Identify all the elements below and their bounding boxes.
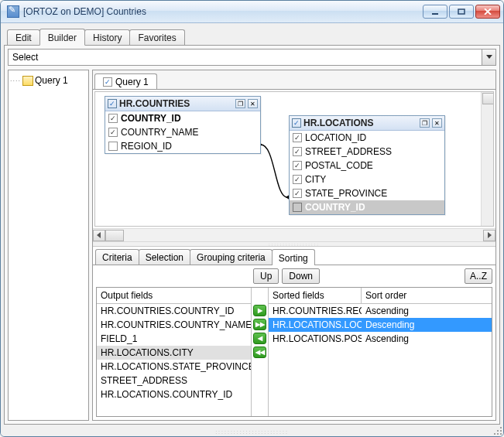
checkbox-icon[interactable]: ✓ bbox=[103, 77, 112, 87]
properties-tabstrip: Criteria Selection Grouping criteria Sor… bbox=[93, 247, 495, 265]
output-field-item[interactable]: HR.LOCATIONS.STATE_PROVINCE bbox=[97, 360, 251, 374]
window-title: [ORTOZ on DEMO] Countries bbox=[23, 6, 423, 17]
app-icon bbox=[7, 5, 19, 18]
statusbar: :::::::::::::::::::::::: bbox=[1, 428, 503, 436]
diagram-tab-query1[interactable]: ✓ Query 1 bbox=[94, 73, 157, 89]
scroll-right-icon[interactable] bbox=[483, 230, 495, 241]
col-state-province[interactable]: ✓STATE_PROVINCE bbox=[290, 186, 444, 200]
move-buttons: ▶ ▶▶ ◀ ◀◀ bbox=[252, 288, 269, 416]
scroll-left-icon[interactable] bbox=[93, 230, 105, 241]
col-region-id[interactable]: REGION_ID bbox=[105, 139, 260, 153]
output-field-item[interactable]: HR.LOCATIONS.COUNTRY_ID bbox=[97, 387, 251, 401]
move-all-right-icon[interactable]: ▶▶ bbox=[253, 319, 266, 330]
tab-history[interactable]: History bbox=[84, 29, 130, 45]
maximize-button[interactable] bbox=[449, 5, 474, 19]
table-title: HR.COUNTRIES bbox=[119, 98, 233, 109]
diagram-canvas[interactable]: ✓ HR.COUNTRIES ❐ ✕ ✓COUNTRY_ID ✓COUNTRY_… bbox=[94, 91, 494, 227]
table-title: HR.LOCATIONS bbox=[303, 118, 417, 128]
checkbox-icon[interactable]: ✓ bbox=[292, 118, 301, 128]
vertical-scrollbar[interactable] bbox=[481, 92, 494, 227]
col-postal-code[interactable]: ✓POSTAL_CODE bbox=[290, 159, 444, 172]
table-locations[interactable]: ✓ HR.LOCATIONS ❐ ✕ ✓LOCATION_ID ✓STREET_… bbox=[289, 115, 445, 215]
close-icon[interactable]: ✕ bbox=[432, 118, 442, 128]
sort-az-button[interactable]: A..Z bbox=[465, 268, 492, 284]
resize-grip-icon[interactable] bbox=[492, 425, 502, 435]
sorted-fields-header: Sorted fields bbox=[269, 288, 362, 303]
restore-icon[interactable]: ❐ bbox=[235, 99, 245, 108]
select-dropdown-icon[interactable] bbox=[482, 50, 495, 65]
output-fields-list[interactable]: Output fields HR.COUNTRIES.COUNTRY_ID HR… bbox=[97, 288, 252, 416]
scroll-thumb[interactable] bbox=[105, 230, 124, 241]
tree-label: Query 1 bbox=[35, 75, 68, 86]
close-icon[interactable]: ✕ bbox=[248, 99, 258, 108]
down-button[interactable]: Down bbox=[282, 268, 320, 284]
sorted-row[interactable]: HR.LOCATIONS.LOCDescending bbox=[269, 318, 492, 332]
move-left-icon[interactable]: ◀ bbox=[253, 333, 266, 344]
app-window: [ORTOZ on DEMO] Countries Edit Builder H… bbox=[0, 0, 504, 437]
tab-builder[interactable]: Builder bbox=[39, 29, 85, 46]
query-tree[interactable]: ···· Query 1 bbox=[8, 70, 89, 421]
output-fields-header: Output fields bbox=[97, 288, 251, 304]
select-combobox[interactable] bbox=[8, 49, 496, 66]
col-country-name[interactable]: ✓COUNTRY_NAME bbox=[105, 125, 260, 139]
output-field-item[interactable]: HR.LOCATIONS.CITY bbox=[97, 346, 251, 360]
sorted-row[interactable]: HR.LOCATIONS.POSAscending bbox=[269, 332, 492, 346]
minimize-button[interactable] bbox=[423, 5, 447, 19]
output-field-item[interactable]: FIELD_1 bbox=[97, 332, 251, 346]
output-field-item[interactable]: STREET_ADDRESS bbox=[97, 374, 251, 387]
tab-grouping[interactable]: Grouping criteria bbox=[190, 249, 273, 265]
col-city[interactable]: ✓CITY bbox=[290, 172, 444, 186]
tab-sorting[interactable]: Sorting bbox=[272, 249, 315, 265]
main-tabstrip: Edit Builder History Favorites bbox=[4, 26, 500, 45]
tab-favorites[interactable]: Favorites bbox=[129, 29, 184, 45]
svg-rect-0 bbox=[432, 13, 438, 15]
close-button[interactable] bbox=[475, 5, 500, 19]
sorted-fields-list[interactable]: Sorted fields Sort order HR.COUNTRIES.RE… bbox=[269, 288, 492, 416]
col-country-id[interactable]: ✓COUNTRY_ID bbox=[105, 111, 260, 125]
checkbox-icon[interactable]: ✓ bbox=[108, 99, 117, 108]
col-street-address[interactable]: ✓STREET_ADDRESS bbox=[290, 145, 444, 159]
tab-selection[interactable]: Selection bbox=[139, 249, 190, 265]
tree-line-icon: ···· bbox=[10, 77, 21, 84]
query-icon bbox=[22, 76, 33, 86]
restore-icon[interactable]: ❐ bbox=[420, 118, 430, 128]
output-field-item[interactable]: HR.COUNTRIES.COUNTRY_NAME bbox=[97, 318, 251, 332]
table-countries[interactable]: ✓ HR.COUNTRIES ❐ ✕ ✓COUNTRY_ID ✓COUNTRY_… bbox=[105, 96, 261, 154]
tab-criteria[interactable]: Criteria bbox=[95, 249, 139, 265]
up-button[interactable]: Up bbox=[253, 268, 279, 284]
move-right-icon[interactable]: ▶ bbox=[253, 305, 266, 316]
col-country-id-fk[interactable]: COUNTRY_ID bbox=[290, 200, 444, 214]
move-all-left-icon[interactable]: ◀◀ bbox=[253, 347, 266, 358]
horizontal-scrollbar[interactable] bbox=[93, 228, 495, 241]
tab-edit[interactable]: Edit bbox=[7, 29, 40, 45]
select-input[interactable] bbox=[9, 50, 482, 65]
col-location-id[interactable]: ✓LOCATION_ID bbox=[290, 131, 444, 145]
diagram-tabstrip: ✓ Query 1 bbox=[93, 70, 495, 89]
sort-order-header: Sort order bbox=[362, 288, 410, 303]
svg-rect-1 bbox=[458, 9, 465, 14]
sorted-row[interactable]: HR.COUNTRIES.REGAscending bbox=[269, 304, 492, 318]
output-field-item[interactable]: HR.COUNTRIES.COUNTRY_ID bbox=[97, 304, 251, 318]
tree-item-query1[interactable]: ···· Query 1 bbox=[10, 73, 87, 87]
titlebar[interactable]: [ORTOZ on DEMO] Countries bbox=[1, 1, 503, 23]
